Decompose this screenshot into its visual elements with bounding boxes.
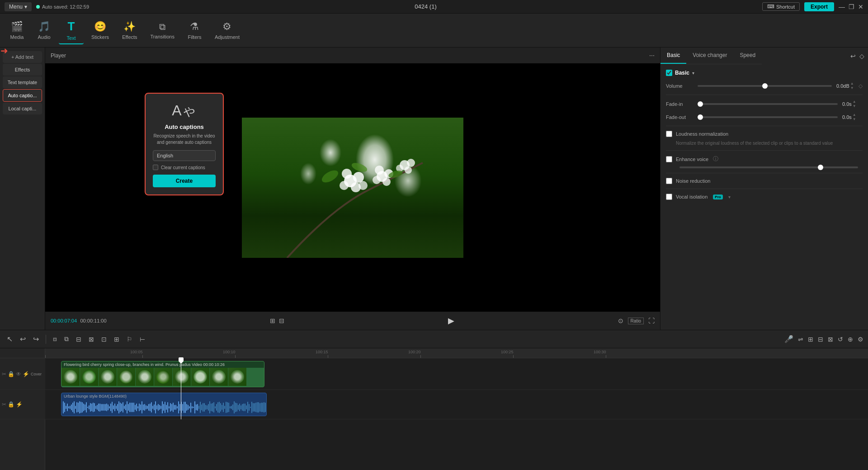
fit-screen-icon[interactable]: ⊙ <box>618 317 623 324</box>
audio-clip[interactable]: Urban lounge style BGM(1148490) <box>61 393 267 416</box>
menu-label: Menu <box>9 4 23 10</box>
thumb-7 <box>173 368 191 386</box>
tab-voice-changer[interactable]: Voice changer <box>686 47 733 64</box>
ruler-spacer <box>0 348 45 358</box>
split-button[interactable]: ⧈ <box>51 334 59 344</box>
tool-stickers[interactable]: 😊 Stickers <box>86 18 114 43</box>
delete-button[interactable]: ⊠ <box>86 334 96 344</box>
redo-button[interactable]: ↪ <box>31 333 41 345</box>
playhead[interactable] <box>181 358 181 419</box>
audio-scissors-icon[interactable]: ✂ <box>2 401 6 408</box>
wave-bar <box>72 403 73 412</box>
auto-captions-button[interactable]: Auto captio... <box>3 89 42 102</box>
grid-icon[interactable]: ⊞ <box>270 317 275 324</box>
diamond-icon[interactable]: ◇ <box>859 52 864 60</box>
wave-bar <box>140 404 141 410</box>
enhance-info-icon[interactable]: ⓘ <box>713 155 718 163</box>
effects-button[interactable]: Effects <box>3 64 42 76</box>
fade-out-slider[interactable] <box>698 116 838 118</box>
align-button[interactable]: ⊞ <box>112 334 122 344</box>
eye-icon[interactable]: 👁 <box>16 371 21 377</box>
flag-button[interactable]: ⚐ <box>124 334 135 344</box>
tool-adjustment[interactable]: ⚙ Adjustment <box>209 18 245 43</box>
tool-media[interactable]: 🎬 Media <box>5 18 29 43</box>
arrow-button[interactable]: ⊢ <box>137 334 147 344</box>
player-menu-icon[interactable]: ⋯ <box>649 52 655 59</box>
local-captions-button[interactable]: Local capti... <box>3 103 42 114</box>
video-clip[interactable]: Flowering bird cherry spring close-up, b… <box>61 361 264 387</box>
wave-bar <box>262 403 263 412</box>
wave-bar <box>137 406 138 408</box>
enhance-slider[interactable] <box>679 166 858 168</box>
create-button[interactable]: Create <box>153 175 216 187</box>
grid-icon2[interactable]: ⊟ <box>279 317 284 324</box>
tool-effects[interactable]: ✨ Effects <box>117 18 142 43</box>
volume-diamond-icon[interactable]: ◇ <box>859 83 863 89</box>
video-overlay <box>242 118 463 258</box>
thumb-10 <box>228 368 246 386</box>
fade-in-slider[interactable] <box>698 103 838 105</box>
tl-icon-3[interactable]: ⊟ <box>818 336 823 343</box>
split-at-head[interactable]: ⧉ <box>62 334 71 344</box>
tl-settings-icon[interactable]: ⚙ <box>858 336 863 343</box>
track-labels: ✂ 🔒 👁 ⚡ Cover ✂ 🔒 ⚡ <box>0 348 45 470</box>
fullscreen-icon[interactable]: ⛶ <box>648 317 655 324</box>
toolbar: 🎬 Media 🎵 Audio T Text 😊 Stickers ✨ Effe… <box>0 14 868 47</box>
wave-bar <box>85 404 85 410</box>
clear-captions-checkbox[interactable] <box>153 165 158 170</box>
tick-5: 100:25 <box>513 355 514 358</box>
wave-bar <box>64 403 65 412</box>
crop-button[interactable]: ⊡ <box>99 334 109 344</box>
volume-slider[interactable] <box>698 85 832 87</box>
shortcut-button[interactable]: ⌨ Shortcut <box>762 2 800 11</box>
clear-captions-label: Clear current captions <box>161 165 205 170</box>
undo-icon[interactable]: ↩ <box>850 52 856 60</box>
tool-audio[interactable]: 🎵 Audio <box>32 18 57 43</box>
speed-icon[interactable]: ⚡ <box>23 371 29 377</box>
split-right[interactable]: ⊟ <box>74 334 84 344</box>
undo-button[interactable]: ↩ <box>18 333 28 345</box>
language-select[interactable]: English Spanish French <box>153 150 216 161</box>
wave-bar <box>169 406 170 409</box>
clear-captions-row[interactable]: Clear current captions <box>153 165 216 170</box>
tool-text[interactable]: T Text <box>59 17 84 44</box>
play-button[interactable]: ▶ <box>448 316 454 326</box>
ratio-button[interactable]: Ratio <box>628 318 644 324</box>
cursor-tool[interactable]: ↖ <box>5 333 15 345</box>
scissors-icon[interactable]: ✂ <box>2 371 6 377</box>
tl-icon-6[interactable]: ⊕ <box>848 336 853 343</box>
enhance-row: Enhance voice ⓘ <box>666 155 863 163</box>
menu-button[interactable]: Menu ▾ <box>5 2 32 11</box>
basic-arrow[interactable]: ▾ <box>692 71 694 76</box>
basic-checkbox[interactable] <box>666 70 672 76</box>
top-bar-left: Menu ▾ Auto saved: 12:02:59 <box>5 2 89 11</box>
lock-icon[interactable]: 🔒 <box>8 371 14 377</box>
svg-point-10 <box>375 166 384 175</box>
vocal-checkbox[interactable] <box>666 194 672 200</box>
noise-checkbox[interactable] <box>666 178 672 184</box>
enhance-checkbox[interactable] <box>666 156 672 162</box>
tl-icon-5[interactable]: ↺ <box>838 336 843 343</box>
text-template-button[interactable]: Text template <box>3 76 42 88</box>
audio-lock-icon[interactable]: 🔒 <box>8 401 14 408</box>
tl-icon-2[interactable]: ⊞ <box>808 336 813 343</box>
mic-icon[interactable]: 🎤 <box>784 335 793 343</box>
right-tabs: Basic Voice changer Speed <box>660 47 762 64</box>
tool-transitions[interactable]: ⧉ Transitions <box>145 19 180 42</box>
window-controls: — ❐ ✕ <box>839 3 863 10</box>
tab-basic[interactable]: Basic <box>660 47 686 64</box>
export-button[interactable]: Export <box>804 2 834 11</box>
audio-speed-icon[interactable]: ⚡ <box>16 401 23 408</box>
add-text-button[interactable]: + Add text <box>3 51 42 63</box>
close-button[interactable]: ✕ <box>858 3 863 10</box>
tl-icon-4[interactable]: ⊠ <box>828 336 833 343</box>
tool-filters[interactable]: ⚗ Filters <box>182 18 207 43</box>
wave-bar <box>204 403 205 412</box>
tl-icon-1[interactable]: ⇌ <box>798 336 803 343</box>
maximize-button[interactable]: ❐ <box>849 3 854 10</box>
vocal-arrow[interactable]: ▾ <box>728 195 731 199</box>
loudness-checkbox[interactable] <box>666 131 672 137</box>
tab-speed[interactable]: Speed <box>733 47 762 64</box>
minimize-button[interactable]: — <box>839 3 845 10</box>
wave-bar <box>194 401 195 414</box>
